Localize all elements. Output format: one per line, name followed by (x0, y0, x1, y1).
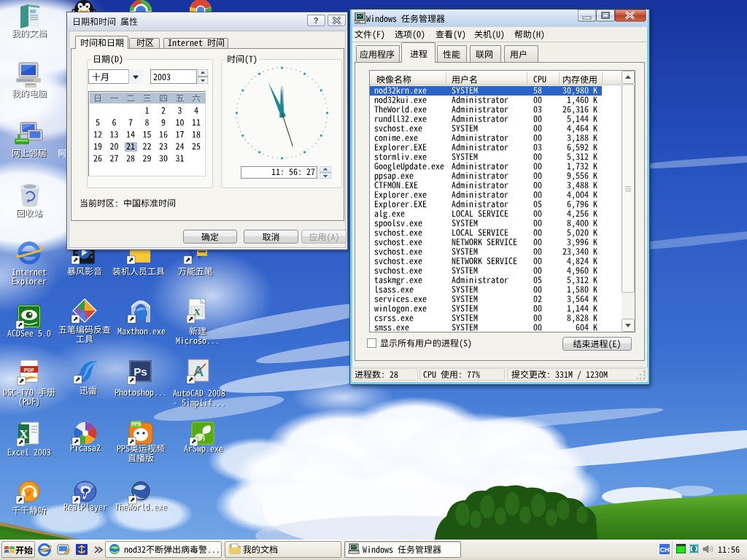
svg-text:PDF: PDF (24, 368, 35, 373)
svg-text:?: ? (314, 16, 319, 25)
svg-text:Ps: Ps (133, 365, 147, 378)
svg-text:CH: CH (660, 546, 670, 553)
svg-text:PPS: PPS (131, 421, 142, 427)
